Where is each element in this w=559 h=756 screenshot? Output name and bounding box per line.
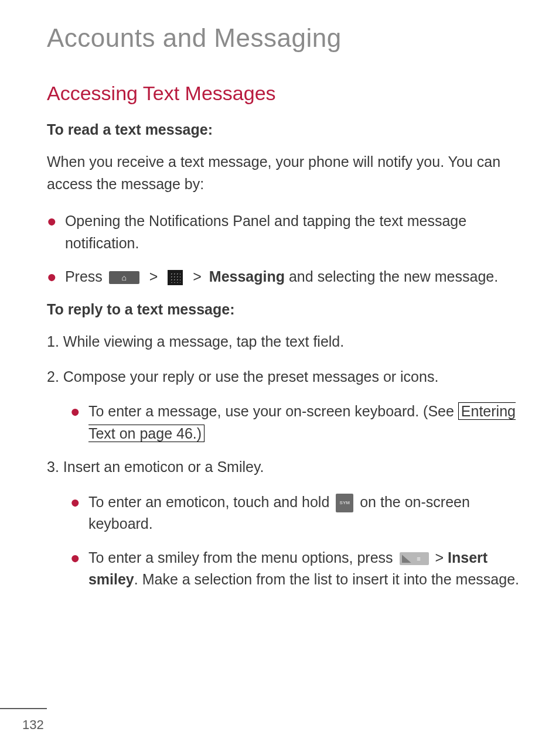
step-3-sub-2: ● To enter a smiley from the menu option… — [70, 547, 524, 591]
sym-key-icon — [336, 494, 353, 512]
bullet-dot-icon: ● — [70, 399, 80, 424]
press-prefix: Press — [65, 268, 107, 285]
bullet-text: Opening the Notifications Panel and tapp… — [65, 210, 524, 254]
bullets-read-list: ● Opening the Notifications Panel and ta… — [47, 210, 524, 289]
bullet-item-press: ● Press > > Messaging and selecting the … — [47, 266, 524, 289]
bullet-dot-icon: ● — [47, 265, 57, 289]
step-2-sub-content: To enter a message, use your on-screen k… — [88, 401, 524, 444]
step-3-sub-2-content: To enter a smiley from the menu options,… — [88, 547, 524, 591]
step-2-sub: ● To enter a message, use your on-screen… — [70, 401, 524, 444]
press-suffix: and selecting the new message. — [289, 268, 498, 285]
bullet-dot-icon: ● — [70, 546, 80, 570]
step-3-sub-1-content: To enter an emoticon, touch and hold on … — [88, 491, 524, 535]
step-2-sub-prefix: To enter a message, use your on-screen k… — [88, 403, 458, 419]
intro-read-text: When you receive a text message, your ph… — [47, 151, 524, 195]
separator-gt: > — [149, 268, 158, 285]
page-number: 132 — [22, 717, 44, 733]
step-3-sub-2-prefix: To enter a smiley from the menu options,… — [88, 549, 397, 566]
subheading-reply: To reply to a text message: — [47, 301, 524, 318]
bullet-dot-icon: ● — [70, 490, 80, 515]
messaging-label: Messaging — [209, 268, 285, 285]
step-3-sub-1-prefix: To enter an emoticon, touch and hold — [88, 494, 333, 510]
step-3-sub-1: ● To enter an emoticon, touch and hold o… — [70, 491, 524, 535]
apps-grid-icon — [168, 270, 183, 285]
step-1: 1. While viewing a message, tap the text… — [47, 331, 524, 353]
step-3-sub-2-gt: > — [435, 549, 448, 566]
chapter-title: Accounts and Messaging — [47, 23, 524, 53]
section-title: Accessing Text Messages — [47, 82, 524, 105]
bullet-press-content: Press > > Messaging and selecting the ne… — [65, 266, 524, 288]
step-3-sub-2-suffix: . Make a selection from the list to inse… — [134, 571, 519, 587]
subheading-read: To read a text message: — [47, 121, 524, 138]
separator-gt: > — [193, 268, 202, 285]
bullet-dot-icon: ● — [47, 209, 57, 234]
home-icon — [109, 271, 139, 284]
menu-key-icon — [400, 552, 429, 565]
step-3: 3. Insert an emoticon or a Smiley. — [47, 456, 524, 478]
side-line-decoration — [0, 708, 47, 709]
bullet-item-notification: ● Opening the Notifications Panel and ta… — [47, 210, 524, 254]
step-2: 2. Compose your reply or use the preset … — [47, 366, 524, 388]
